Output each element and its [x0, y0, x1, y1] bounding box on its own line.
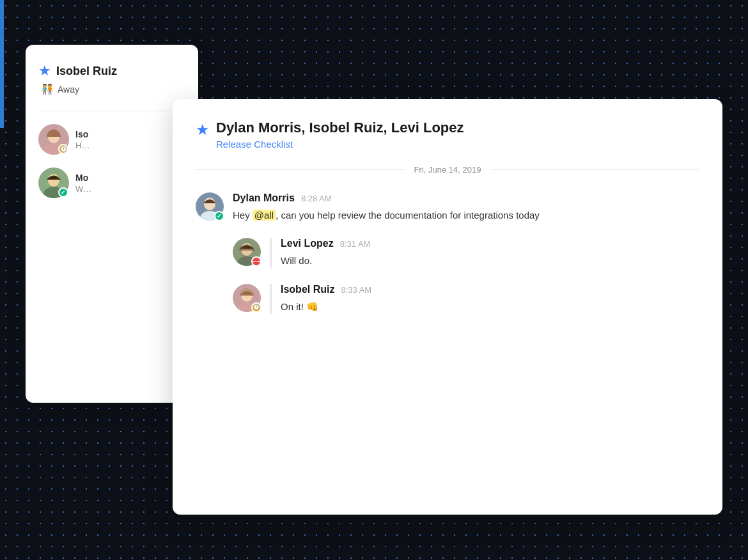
avatar-wrap: 🕐 — [233, 284, 261, 312]
message-author: Levi Lopez — [281, 238, 334, 249]
avatar-wrap — [196, 192, 224, 221]
avatar-wrap: − — [233, 238, 261, 266]
message-time: 8:33 AM — [341, 285, 371, 295]
chat-preview-msg: H… — [75, 141, 90, 150]
star-icon: ★ — [196, 121, 210, 139]
divider-line-left — [196, 169, 404, 170]
status-text: Away — [58, 84, 79, 95]
back-card-status: 🧑‍🤝‍🧑 Away — [41, 83, 185, 95]
message-header: Dylan Morris 8:28 AM — [233, 192, 699, 204]
list-item[interactable]: 🕐 Iso H… — [38, 124, 185, 155]
text-after-mention: , can you help review the documentation … — [276, 210, 540, 221]
left-accent — [0, 0, 4, 128]
message-block: 🕐 Isobel Ruiz 8:33 AM On it! 👊 — [233, 284, 699, 314]
message-content: Levi Lopez 8:31 AM Will do. — [270, 238, 699, 268]
header-text: Dylan Morris, Isobel Ruiz, Levi Lopez Re… — [216, 120, 464, 150]
back-card-username: Isobel Ruiz — [56, 65, 117, 78]
message-time: 8:28 AM — [301, 194, 332, 203]
text-before-mention: Hey — [233, 210, 253, 221]
message-header: Isobel Ruiz 8:33 AM — [281, 284, 699, 295]
message-text: Will do. — [281, 253, 699, 268]
status-badge-active — [58, 187, 68, 198]
divider-line-right — [491, 169, 699, 170]
message-block: Dylan Morris 8:28 AM Hey @all, can you h… — [196, 192, 699, 222]
chat-name: Iso — [75, 129, 90, 139]
date-label: Fri, June 14, 2019 — [414, 165, 481, 175]
release-checklist-link[interactable]: Release Checklist — [216, 139, 464, 150]
chat-preview: Iso H… — [75, 129, 90, 150]
status-badge-busy: − — [251, 256, 261, 267]
star-icon: ★ — [38, 63, 51, 79]
divider — [38, 111, 185, 111]
status-badge-away: 🕐 — [251, 302, 261, 313]
status-badge-active — [214, 211, 224, 221]
back-card-header: ★ Isobel Ruiz — [38, 63, 185, 79]
status-badge-away: 🕐 — [58, 144, 68, 154]
avatar-wrap: 🕐 — [38, 124, 69, 155]
message-header: Levi Lopez 8:31 AM — [281, 238, 699, 249]
date-divider: Fri, June 14, 2019 — [196, 165, 699, 175]
mention-tag[interactable]: @all — [253, 210, 276, 221]
message-author: Isobel Ruiz — [281, 284, 334, 295]
message-text: On it! 👊 — [281, 299, 699, 314]
message-time: 8:31 AM — [340, 239, 371, 249]
avatar-wrap — [38, 167, 69, 198]
list-item[interactable]: Mo W… — [38, 167, 185, 198]
chat-name: Mo — [75, 173, 91, 183]
message-author: Dylan Morris — [233, 192, 295, 204]
chat-preview-msg: W… — [75, 184, 91, 194]
message-content: Dylan Morris 8:28 AM Hey @all, can you h… — [233, 192, 699, 222]
status-emoji: 🧑‍🤝‍🧑 — [41, 83, 54, 95]
conversation-header: ★ Dylan Morris, Isobel Ruiz, Levi Lopez … — [196, 120, 699, 150]
message-block: − Levi Lopez 8:31 AM Will do. — [233, 238, 699, 268]
conversation-participants: Dylan Morris, Isobel Ruiz, Levi Lopez — [216, 120, 464, 136]
message-text: Hey @all, can you help review the docume… — [233, 208, 699, 222]
chat-preview: Mo W… — [75, 173, 91, 194]
front-card: ★ Dylan Morris, Isobel Ruiz, Levi Lopez … — [173, 99, 722, 515]
message-content: Isobel Ruiz 8:33 AM On it! 👊 — [270, 284, 699, 314]
